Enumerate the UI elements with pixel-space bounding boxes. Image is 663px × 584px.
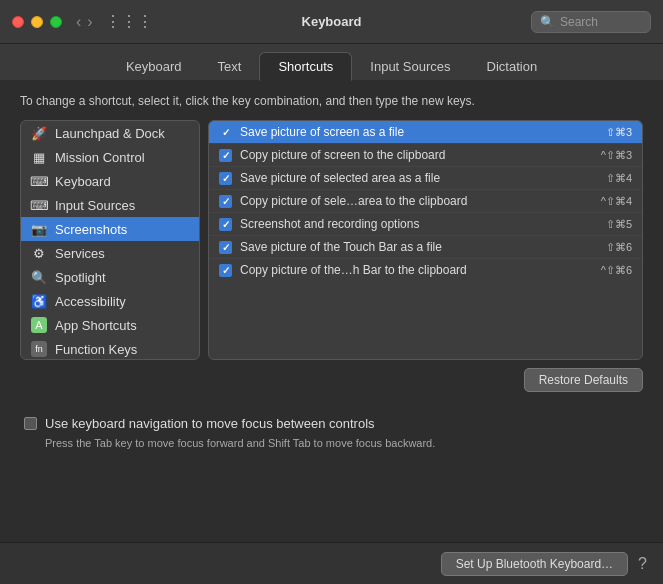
bluetooth-keyboard-button[interactable]: Set Up Bluetooth Keyboard… <box>441 552 628 576</box>
category-services[interactable]: ⚙ Services <box>21 241 199 265</box>
shortcut-checkbox-6[interactable] <box>219 264 232 277</box>
shortcut-key-6: ^⇧⌘6 <box>601 264 632 277</box>
nav-checkbox-label: Use keyboard navigation to move focus be… <box>45 416 375 431</box>
shortcut-label-6: Copy picture of the…h Bar to the clipboa… <box>240 263 593 277</box>
function-keys-icon: fn <box>31 341 47 357</box>
category-label: Mission Control <box>55 150 145 165</box>
instruction-text: To change a shortcut, select it, click t… <box>20 94 643 108</box>
accessibility-icon: ♿ <box>31 293 47 309</box>
shortcut-checkbox-4[interactable] <box>219 218 232 231</box>
shortcut-key-2: ⇧⌘4 <box>606 172 632 185</box>
shortcut-label-0: Save picture of screen as a file <box>240 125 598 139</box>
nav-subtext: Press the Tab key to move focus forward … <box>45 437 639 449</box>
shortcut-copy-touchbar-clipboard[interactable]: Copy picture of the…h Bar to the clipboa… <box>209 259 642 281</box>
category-label: Services <box>55 246 105 261</box>
shortcut-save-selected-file[interactable]: Save picture of selected area as a file … <box>209 167 642 190</box>
category-label: Input Sources <box>55 198 135 213</box>
category-label: Screenshots <box>55 222 127 237</box>
shortcut-key-1: ^⇧⌘3 <box>601 149 632 162</box>
shortcut-key-5: ⇧⌘6 <box>606 241 632 254</box>
launchpad-icon: 🚀 <box>31 125 47 141</box>
close-button[interactable] <box>12 16 24 28</box>
shortcut-key-3: ^⇧⌘4 <box>601 195 632 208</box>
category-keyboard[interactable]: ⌨ Keyboard <box>21 169 199 193</box>
search-bar[interactable]: 🔍 Search <box>531 11 651 33</box>
tab-text[interactable]: Text <box>200 53 260 80</box>
shortcut-screenshot-options[interactable]: Screenshot and recording options ⇧⌘5 <box>209 213 642 236</box>
shortcut-checkbox-0[interactable] <box>219 126 232 139</box>
shortcut-checkbox-3[interactable] <box>219 195 232 208</box>
restore-defaults-button[interactable]: Restore Defaults <box>524 368 643 392</box>
keyboard-icon: ⌨ <box>31 173 47 189</box>
shortcut-save-screen-file[interactable]: Save picture of screen as a file ⇧⌘3 <box>209 121 642 144</box>
spotlight-icon: 🔍 <box>31 269 47 285</box>
forward-button[interactable]: › <box>87 13 92 31</box>
search-icon: 🔍 <box>540 15 555 29</box>
minimize-button[interactable] <box>31 16 43 28</box>
shortcuts-panel: Save picture of screen as a file ⇧⌘3 Cop… <box>208 120 643 360</box>
category-app-shortcuts[interactable]: A App Shortcuts <box>21 313 199 337</box>
input-sources-icon: ⌨ <box>31 197 47 213</box>
shortcut-copy-screen-clipboard[interactable]: Copy picture of screen to the clipboard … <box>209 144 642 167</box>
services-icon: ⚙ <box>31 245 47 261</box>
tabbar: Keyboard Text Shortcuts Input Sources Di… <box>0 44 663 80</box>
shortcut-label-1: Copy picture of screen to the clipboard <box>240 148 593 162</box>
shortcut-label-4: Screenshot and recording options <box>240 217 598 231</box>
window-title: Keyboard <box>302 14 362 29</box>
grid-icon[interactable]: ⋮⋮⋮ <box>105 12 153 31</box>
shortcut-checkbox-5[interactable] <box>219 241 232 254</box>
category-label: Keyboard <box>55 174 111 189</box>
shortcut-checkbox-1[interactable] <box>219 149 232 162</box>
shortcut-save-touchbar-file[interactable]: Save picture of the Touch Bar as a file … <box>209 236 642 259</box>
app-shortcuts-icon: A <box>31 317 47 333</box>
footer: Set Up Bluetooth Keyboard… ? <box>0 542 663 584</box>
content-area: To change a shortcut, select it, click t… <box>0 80 663 449</box>
category-label: Accessibility <box>55 294 126 309</box>
category-panel: 🚀 Launchpad & Dock ▦ Mission Control ⌨ K… <box>20 120 200 360</box>
category-function-keys[interactable]: fn Function Keys <box>21 337 199 360</box>
shortcut-label-5: Save picture of the Touch Bar as a file <box>240 240 598 254</box>
main-panels: 🚀 Launchpad & Dock ▦ Mission Control ⌨ K… <box>20 120 643 360</box>
maximize-button[interactable] <box>50 16 62 28</box>
category-label: Spotlight <box>55 270 106 285</box>
restore-defaults-row: Restore Defaults <box>20 368 643 392</box>
category-input-sources[interactable]: ⌨ Input Sources <box>21 193 199 217</box>
shortcut-label-3: Copy picture of sele…area to the clipboa… <box>240 194 593 208</box>
tab-dictation[interactable]: Dictation <box>469 53 556 80</box>
shortcut-checkbox-2[interactable] <box>219 172 232 185</box>
nav-checkbox-row: Use keyboard navigation to move focus be… <box>24 416 639 431</box>
tab-input-sources[interactable]: Input Sources <box>352 53 468 80</box>
category-accessibility[interactable]: ♿ Accessibility <box>21 289 199 313</box>
shortcut-key-0: ⇧⌘3 <box>606 126 632 139</box>
help-button[interactable]: ? <box>638 555 647 573</box>
shortcut-copy-selected-clipboard[interactable]: Copy picture of sele…area to the clipboa… <box>209 190 642 213</box>
mission-icon: ▦ <box>31 149 47 165</box>
category-screenshots[interactable]: 📷 Screenshots <box>21 217 199 241</box>
back-button[interactable]: ‹ <box>76 13 81 31</box>
nav-buttons: ‹ › <box>76 13 93 31</box>
traffic-lights <box>12 16 62 28</box>
category-label: Launchpad & Dock <box>55 126 165 141</box>
category-spotlight[interactable]: 🔍 Spotlight <box>21 265 199 289</box>
shortcut-label-2: Save picture of selected area as a file <box>240 171 598 185</box>
bottom-section: Use keyboard navigation to move focus be… <box>20 416 643 449</box>
shortcut-key-4: ⇧⌘5 <box>606 218 632 231</box>
tab-keyboard[interactable]: Keyboard <box>108 53 200 80</box>
nav-checkbox[interactable] <box>24 417 37 430</box>
titlebar: ‹ › ⋮⋮⋮ Keyboard 🔍 Search <box>0 0 663 44</box>
search-placeholder: Search <box>560 15 598 29</box>
tab-shortcuts[interactable]: Shortcuts <box>259 52 352 81</box>
category-mission[interactable]: ▦ Mission Control <box>21 145 199 169</box>
category-label: Function Keys <box>55 342 137 357</box>
screenshots-icon: 📷 <box>31 221 47 237</box>
category-label: App Shortcuts <box>55 318 137 333</box>
category-launchpad[interactable]: 🚀 Launchpad & Dock <box>21 121 199 145</box>
